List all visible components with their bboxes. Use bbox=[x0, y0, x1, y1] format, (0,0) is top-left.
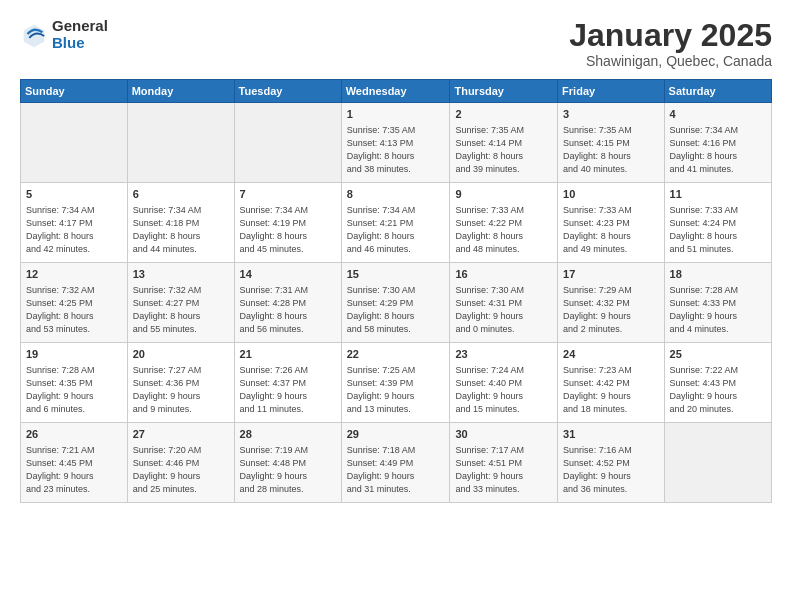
day-number: 29 bbox=[347, 427, 445, 442]
day-number: 17 bbox=[563, 267, 658, 282]
day-cell: 22Sunrise: 7:25 AM Sunset: 4:39 PM Dayli… bbox=[341, 343, 450, 423]
page: General Blue January 2025 Shawinigan, Qu… bbox=[0, 0, 792, 612]
day-cell: 19Sunrise: 7:28 AM Sunset: 4:35 PM Dayli… bbox=[21, 343, 128, 423]
day-cell: 25Sunrise: 7:22 AM Sunset: 4:43 PM Dayli… bbox=[664, 343, 771, 423]
col-header-wednesday: Wednesday bbox=[341, 80, 450, 103]
col-header-tuesday: Tuesday bbox=[234, 80, 341, 103]
day-number: 20 bbox=[133, 347, 229, 362]
day-cell: 18Sunrise: 7:28 AM Sunset: 4:33 PM Dayli… bbox=[664, 263, 771, 343]
day-info: Sunrise: 7:21 AM Sunset: 4:45 PM Dayligh… bbox=[26, 444, 122, 496]
day-info: Sunrise: 7:34 AM Sunset: 4:21 PM Dayligh… bbox=[347, 204, 445, 256]
week-row-4: 19Sunrise: 7:28 AM Sunset: 4:35 PM Dayli… bbox=[21, 343, 772, 423]
day-cell: 20Sunrise: 7:27 AM Sunset: 4:36 PM Dayli… bbox=[127, 343, 234, 423]
day-cell: 26Sunrise: 7:21 AM Sunset: 4:45 PM Dayli… bbox=[21, 423, 128, 503]
day-number: 5 bbox=[26, 187, 122, 202]
day-info: Sunrise: 7:17 AM Sunset: 4:51 PM Dayligh… bbox=[455, 444, 552, 496]
day-info: Sunrise: 7:35 AM Sunset: 4:15 PM Dayligh… bbox=[563, 124, 658, 176]
day-number: 19 bbox=[26, 347, 122, 362]
logo-icon bbox=[20, 21, 48, 49]
day-info: Sunrise: 7:34 AM Sunset: 4:19 PM Dayligh… bbox=[240, 204, 336, 256]
day-info: Sunrise: 7:23 AM Sunset: 4:42 PM Dayligh… bbox=[563, 364, 658, 416]
day-cell: 13Sunrise: 7:32 AM Sunset: 4:27 PM Dayli… bbox=[127, 263, 234, 343]
day-cell: 30Sunrise: 7:17 AM Sunset: 4:51 PM Dayli… bbox=[450, 423, 558, 503]
col-header-saturday: Saturday bbox=[664, 80, 771, 103]
day-cell: 29Sunrise: 7:18 AM Sunset: 4:49 PM Dayli… bbox=[341, 423, 450, 503]
day-info: Sunrise: 7:33 AM Sunset: 4:22 PM Dayligh… bbox=[455, 204, 552, 256]
day-info: Sunrise: 7:30 AM Sunset: 4:31 PM Dayligh… bbox=[455, 284, 552, 336]
month-title: January 2025 bbox=[569, 18, 772, 53]
day-cell: 10Sunrise: 7:33 AM Sunset: 4:23 PM Dayli… bbox=[558, 183, 664, 263]
day-cell: 7Sunrise: 7:34 AM Sunset: 4:19 PM Daylig… bbox=[234, 183, 341, 263]
day-info: Sunrise: 7:34 AM Sunset: 4:18 PM Dayligh… bbox=[133, 204, 229, 256]
day-info: Sunrise: 7:32 AM Sunset: 4:25 PM Dayligh… bbox=[26, 284, 122, 336]
day-cell: 24Sunrise: 7:23 AM Sunset: 4:42 PM Dayli… bbox=[558, 343, 664, 423]
svg-marker-0 bbox=[24, 24, 45, 46]
day-number: 25 bbox=[670, 347, 766, 362]
day-info: Sunrise: 7:16 AM Sunset: 4:52 PM Dayligh… bbox=[563, 444, 658, 496]
day-number: 9 bbox=[455, 187, 552, 202]
day-number: 4 bbox=[670, 107, 766, 122]
day-cell: 8Sunrise: 7:34 AM Sunset: 4:21 PM Daylig… bbox=[341, 183, 450, 263]
day-cell: 2Sunrise: 7:35 AM Sunset: 4:14 PM Daylig… bbox=[450, 103, 558, 183]
col-header-friday: Friday bbox=[558, 80, 664, 103]
day-number: 7 bbox=[240, 187, 336, 202]
col-header-monday: Monday bbox=[127, 80, 234, 103]
day-number: 13 bbox=[133, 267, 229, 282]
day-info: Sunrise: 7:25 AM Sunset: 4:39 PM Dayligh… bbox=[347, 364, 445, 416]
day-cell: 23Sunrise: 7:24 AM Sunset: 4:40 PM Dayli… bbox=[450, 343, 558, 423]
day-number: 27 bbox=[133, 427, 229, 442]
col-header-thursday: Thursday bbox=[450, 80, 558, 103]
day-cell bbox=[234, 103, 341, 183]
calendar-table: SundayMondayTuesdayWednesdayThursdayFrid… bbox=[20, 79, 772, 503]
header-row: SundayMondayTuesdayWednesdayThursdayFrid… bbox=[21, 80, 772, 103]
day-cell: 12Sunrise: 7:32 AM Sunset: 4:25 PM Dayli… bbox=[21, 263, 128, 343]
day-info: Sunrise: 7:34 AM Sunset: 4:16 PM Dayligh… bbox=[670, 124, 766, 176]
day-cell bbox=[664, 423, 771, 503]
day-cell: 9Sunrise: 7:33 AM Sunset: 4:22 PM Daylig… bbox=[450, 183, 558, 263]
week-row-1: 1Sunrise: 7:35 AM Sunset: 4:13 PM Daylig… bbox=[21, 103, 772, 183]
day-cell bbox=[127, 103, 234, 183]
col-header-sunday: Sunday bbox=[21, 80, 128, 103]
day-cell: 15Sunrise: 7:30 AM Sunset: 4:29 PM Dayli… bbox=[341, 263, 450, 343]
day-number: 1 bbox=[347, 107, 445, 122]
day-number: 18 bbox=[670, 267, 766, 282]
day-info: Sunrise: 7:35 AM Sunset: 4:14 PM Dayligh… bbox=[455, 124, 552, 176]
day-cell: 1Sunrise: 7:35 AM Sunset: 4:13 PM Daylig… bbox=[341, 103, 450, 183]
day-info: Sunrise: 7:30 AM Sunset: 4:29 PM Dayligh… bbox=[347, 284, 445, 336]
week-row-5: 26Sunrise: 7:21 AM Sunset: 4:45 PM Dayli… bbox=[21, 423, 772, 503]
day-number: 26 bbox=[26, 427, 122, 442]
day-number: 10 bbox=[563, 187, 658, 202]
day-number: 24 bbox=[563, 347, 658, 362]
week-row-3: 12Sunrise: 7:32 AM Sunset: 4:25 PM Dayli… bbox=[21, 263, 772, 343]
header: General Blue January 2025 Shawinigan, Qu… bbox=[20, 18, 772, 69]
day-number: 15 bbox=[347, 267, 445, 282]
day-number: 28 bbox=[240, 427, 336, 442]
day-cell: 6Sunrise: 7:34 AM Sunset: 4:18 PM Daylig… bbox=[127, 183, 234, 263]
day-number: 8 bbox=[347, 187, 445, 202]
day-number: 31 bbox=[563, 427, 658, 442]
day-number: 23 bbox=[455, 347, 552, 362]
day-info: Sunrise: 7:33 AM Sunset: 4:24 PM Dayligh… bbox=[670, 204, 766, 256]
day-number: 12 bbox=[26, 267, 122, 282]
day-info: Sunrise: 7:35 AM Sunset: 4:13 PM Dayligh… bbox=[347, 124, 445, 176]
day-cell bbox=[21, 103, 128, 183]
day-cell: 21Sunrise: 7:26 AM Sunset: 4:37 PM Dayli… bbox=[234, 343, 341, 423]
day-cell: 4Sunrise: 7:34 AM Sunset: 4:16 PM Daylig… bbox=[664, 103, 771, 183]
day-info: Sunrise: 7:29 AM Sunset: 4:32 PM Dayligh… bbox=[563, 284, 658, 336]
location-subtitle: Shawinigan, Quebec, Canada bbox=[569, 53, 772, 69]
day-cell: 27Sunrise: 7:20 AM Sunset: 4:46 PM Dayli… bbox=[127, 423, 234, 503]
day-cell: 28Sunrise: 7:19 AM Sunset: 4:48 PM Dayli… bbox=[234, 423, 341, 503]
day-cell: 31Sunrise: 7:16 AM Sunset: 4:52 PM Dayli… bbox=[558, 423, 664, 503]
day-info: Sunrise: 7:31 AM Sunset: 4:28 PM Dayligh… bbox=[240, 284, 336, 336]
logo-text: General Blue bbox=[52, 18, 108, 51]
day-number: 16 bbox=[455, 267, 552, 282]
day-info: Sunrise: 7:26 AM Sunset: 4:37 PM Dayligh… bbox=[240, 364, 336, 416]
day-number: 11 bbox=[670, 187, 766, 202]
day-info: Sunrise: 7:32 AM Sunset: 4:27 PM Dayligh… bbox=[133, 284, 229, 336]
day-info: Sunrise: 7:27 AM Sunset: 4:36 PM Dayligh… bbox=[133, 364, 229, 416]
day-info: Sunrise: 7:34 AM Sunset: 4:17 PM Dayligh… bbox=[26, 204, 122, 256]
day-info: Sunrise: 7:20 AM Sunset: 4:46 PM Dayligh… bbox=[133, 444, 229, 496]
day-number: 22 bbox=[347, 347, 445, 362]
day-info: Sunrise: 7:28 AM Sunset: 4:33 PM Dayligh… bbox=[670, 284, 766, 336]
day-number: 2 bbox=[455, 107, 552, 122]
